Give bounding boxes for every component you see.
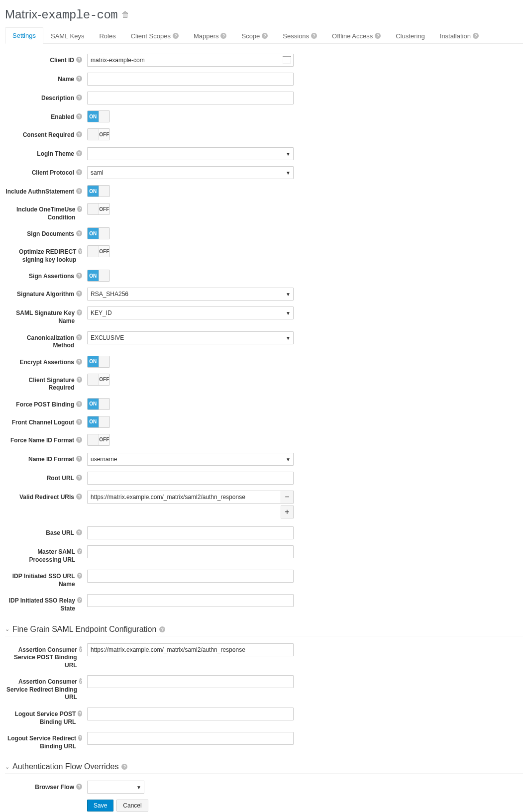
help-icon[interactable]: ? bbox=[76, 419, 82, 425]
help-icon[interactable]: ? bbox=[77, 597, 82, 603]
trash-icon[interactable]: 🗑 bbox=[121, 10, 129, 19]
consent-required-label: Consent Required? bbox=[5, 128, 87, 139]
enabled-label: Enabled? bbox=[5, 110, 87, 121]
help-icon[interactable]: ? bbox=[77, 573, 82, 579]
cancel-button[interactable]: Cancel bbox=[116, 800, 148, 812]
encrypt-assertions-toggle[interactable]: ON bbox=[87, 356, 110, 368]
one-time-use-toggle[interactable]: OFF bbox=[87, 203, 110, 215]
tab-saml-keys[interactable]: SAML Keys bbox=[43, 27, 92, 44]
acs-post-label: Assertion Consumer Service POST Binding … bbox=[5, 643, 87, 670]
help-icon[interactable]: ? bbox=[78, 735, 82, 741]
sign-assertions-toggle[interactable]: ON bbox=[87, 270, 110, 282]
tab-offline-access[interactable]: Offline Access? bbox=[324, 27, 388, 44]
help-icon[interactable]: ? bbox=[76, 76, 82, 82]
canon-method-select[interactable]: EXCLUSIVE bbox=[87, 331, 294, 344]
help-icon[interactable]: ? bbox=[76, 57, 82, 63]
help-icon[interactable]: ? bbox=[76, 169, 82, 175]
help-icon[interactable]: ? bbox=[76, 188, 82, 194]
description-input[interactable] bbox=[87, 92, 294, 104]
logout-post-input[interactable] bbox=[87, 708, 294, 720]
help-icon[interactable]: ? bbox=[76, 131, 82, 137]
client-protocol-select[interactable]: saml bbox=[87, 166, 294, 179]
help-icon[interactable]: ? bbox=[311, 33, 317, 39]
tab-settings[interactable]: Settings bbox=[5, 27, 43, 44]
help-icon[interactable]: ? bbox=[77, 548, 82, 554]
help-icon[interactable]: ? bbox=[77, 309, 82, 315]
help-icon[interactable]: ? bbox=[78, 710, 82, 716]
help-icon[interactable]: ? bbox=[121, 764, 127, 770]
nameid-format-select[interactable]: username bbox=[87, 453, 294, 466]
optimize-redirect-toggle[interactable]: OFF bbox=[87, 245, 110, 257]
sign-documents-toggle[interactable]: ON bbox=[87, 227, 110, 239]
canon-method-label: Canonicalization Method? bbox=[5, 331, 87, 350]
tab-installation[interactable]: Installation? bbox=[432, 27, 486, 44]
help-icon[interactable]: ? bbox=[76, 475, 82, 481]
valid-redirect-input[interactable] bbox=[87, 491, 281, 504]
help-icon[interactable]: ? bbox=[159, 626, 165, 632]
force-post-label: Force POST Binding? bbox=[5, 398, 87, 409]
sign-assertions-label: Sign Assertions? bbox=[5, 270, 87, 281]
browser-flow-select[interactable] bbox=[87, 781, 144, 794]
force-post-toggle[interactable]: ON bbox=[87, 398, 110, 410]
client-sig-required-toggle[interactable]: OFF bbox=[87, 374, 110, 386]
help-icon[interactable]: ? bbox=[76, 334, 82, 340]
tab-scope[interactable]: Scope? bbox=[234, 27, 275, 44]
help-icon[interactable]: ? bbox=[76, 529, 82, 535]
help-icon[interactable]: ? bbox=[262, 33, 268, 39]
help-icon[interactable]: ? bbox=[76, 456, 82, 462]
base-url-input[interactable] bbox=[87, 526, 294, 539]
login-theme-select[interactable] bbox=[87, 147, 294, 160]
force-nameid-label: Force Name ID Format? bbox=[5, 434, 87, 445]
front-channel-logout-toggle[interactable]: ON bbox=[87, 416, 110, 428]
root-url-input[interactable] bbox=[87, 472, 294, 485]
help-icon[interactable]: ? bbox=[76, 359, 82, 365]
idp-sso-relay-input[interactable] bbox=[87, 594, 294, 607]
help-icon[interactable]: ? bbox=[76, 437, 82, 443]
section-fine-grain[interactable]: ⌄ Fine Grain SAML Endpoint Configuration… bbox=[5, 625, 523, 636]
help-icon[interactable]: ? bbox=[76, 401, 82, 407]
tab-sessions[interactable]: Sessions? bbox=[275, 27, 324, 44]
front-channel-logout-label: Front Channel Logout? bbox=[5, 416, 87, 427]
add-uri-button[interactable]: + bbox=[281, 506, 294, 518]
help-icon[interactable]: ? bbox=[220, 33, 226, 39]
help-icon[interactable]: ? bbox=[473, 33, 479, 39]
consent-required-toggle[interactable]: OFF bbox=[87, 128, 110, 140]
master-saml-input[interactable] bbox=[87, 545, 294, 558]
force-nameid-toggle[interactable]: OFF bbox=[87, 434, 110, 446]
name-input[interactable] bbox=[87, 73, 294, 86]
help-icon[interactable]: ? bbox=[79, 646, 82, 652]
section-auth-flow[interactable]: ⌄ Authentication Flow Overrides ? bbox=[5, 762, 523, 774]
tab-clustering[interactable]: Clustering bbox=[388, 27, 432, 44]
chevron-down-icon: ⌄ bbox=[5, 764, 9, 770]
tab-mappers[interactable]: Mappers? bbox=[186, 27, 234, 44]
help-icon[interactable]: ? bbox=[77, 206, 82, 212]
help-icon[interactable]: ? bbox=[375, 33, 381, 39]
include-authn-toggle[interactable]: ON bbox=[87, 185, 110, 197]
logout-redirect-input[interactable] bbox=[87, 732, 294, 745]
help-icon[interactable]: ? bbox=[76, 230, 82, 236]
sig-algorithm-select[interactable]: RSA_SHA256 bbox=[87, 288, 294, 301]
help-icon[interactable]: ? bbox=[76, 273, 82, 279]
help-icon[interactable]: ? bbox=[173, 33, 179, 39]
help-icon[interactable]: ? bbox=[76, 494, 82, 500]
client-id-input[interactable] bbox=[87, 54, 294, 67]
remove-uri-button[interactable]: − bbox=[281, 491, 294, 504]
help-icon[interactable]: ? bbox=[79, 678, 82, 684]
help-icon[interactable]: ? bbox=[76, 113, 82, 119]
save-button[interactable]: Save bbox=[87, 800, 113, 812]
description-label: Description? bbox=[5, 92, 87, 102]
help-icon[interactable]: ? bbox=[76, 95, 82, 101]
help-icon[interactable]: ? bbox=[77, 377, 82, 383]
optimize-redirect-label: Optimize REDIRECT signing key lookup? bbox=[5, 245, 87, 264]
help-icon[interactable]: ? bbox=[76, 784, 82, 790]
tab-roles[interactable]: Roles bbox=[92, 27, 123, 44]
acs-post-input[interactable] bbox=[87, 643, 294, 656]
sig-key-name-select[interactable]: KEY_ID bbox=[87, 306, 294, 319]
help-icon[interactable]: ? bbox=[78, 248, 82, 254]
help-icon[interactable]: ? bbox=[76, 291, 82, 297]
help-icon[interactable]: ? bbox=[76, 150, 82, 156]
enabled-toggle[interactable]: ON bbox=[87, 110, 110, 122]
tab-client-scopes[interactable]: Client Scopes? bbox=[123, 27, 186, 44]
acs-redirect-input[interactable] bbox=[87, 675, 294, 688]
idp-sso-url-name-input[interactable] bbox=[87, 570, 294, 583]
